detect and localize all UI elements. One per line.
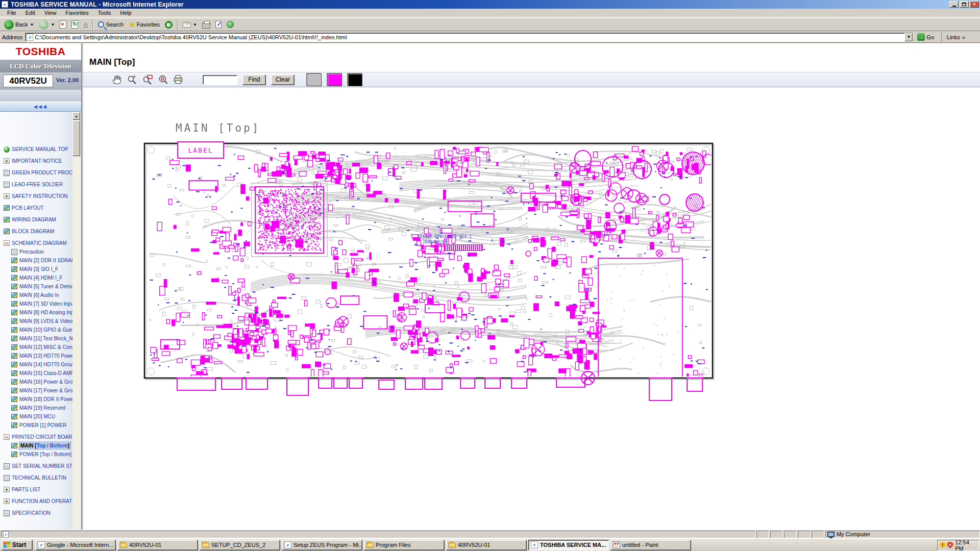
sidebar-item[interactable]: GREEN PRODUCT PROCUREMENT <box>4 168 75 177</box>
menu-item[interactable]: Help <box>116 9 136 16</box>
sidebar-item[interactable]: MAIN [15] Class-D AMP <box>4 369 75 378</box>
search-button[interactable]: Search <box>96 19 126 31</box>
edit-button[interactable] <box>213 19 224 31</box>
go-button[interactable]: → Go <box>917 33 934 41</box>
stop-button[interactable]: × <box>58 19 68 31</box>
color-swatch[interactable] <box>327 73 342 86</box>
sidebar-item[interactable]: MAIN [5] Tuner & Demodulator <box>4 282 75 291</box>
favorites-icon: ★ <box>129 20 135 29</box>
sidebar-item-icon <box>11 443 17 448</box>
sidebar-item[interactable]: PARTS LIST <box>4 485 75 494</box>
sidebar-collapse-button[interactable]: ◀◀◀ <box>0 101 81 112</box>
sidebar-item[interactable]: WIRING DIAGRAM <box>4 215 75 224</box>
address-input[interactable] <box>33 34 904 41</box>
sidebar-item[interactable]: PRINTED CIRCUIT BOARD <box>4 433 75 441</box>
content-header: MAIN [Top] <box>83 43 980 72</box>
menu-item[interactable]: File <box>3 9 20 16</box>
sidebar-item[interactable]: IMPORTANT NOTICE <box>4 157 75 165</box>
taskbar-task-button[interactable]: untitled - Paint <box>610 540 691 550</box>
home-button[interactable]: ⌂ <box>81 19 90 31</box>
scroll-up-button[interactable]: ▲ <box>72 112 80 120</box>
sidebar-item-label: SERVICE MANUAL TOP <box>12 145 68 154</box>
sidebar-item[interactable]: BLOCK DIAGRAM <box>4 227 75 236</box>
taskbar-task-button[interactable]: SETUP_CD_ZEUS_2 <box>200 540 280 550</box>
sidebar-item[interactable]: Precaution <box>4 247 75 256</box>
sidebar-item[interactable]: FUNCTION AND OPERATION <box>4 497 75 506</box>
close-button[interactable]: × <box>970 1 979 8</box>
sidebar-item[interactable]: MAIN [10] GPIO & Guest Bus <box>4 325 75 334</box>
sidebar-item[interactable]: SAFETY INSTRUCTION <box>4 192 75 201</box>
zoom-inout-button[interactable]: ± <box>126 73 138 86</box>
print-diagram-button[interactable] <box>172 73 184 86</box>
color-swatch[interactable] <box>307 73 322 86</box>
taskbar-task-button[interactable]: Google - Microsoft Intern... <box>35 540 116 550</box>
print-button[interactable] <box>200 19 212 31</box>
taskbar-task-button[interactable]: Program Files <box>364 540 445 550</box>
sidebar-item[interactable]: MAIN [11] Test Block_NC <box>4 334 75 343</box>
find-button[interactable]: Find <box>242 74 266 85</box>
forward-button[interactable]: → ▼ <box>37 19 57 31</box>
start-button[interactable]: Start <box>1 540 33 550</box>
menu-item[interactable]: View <box>40 9 61 16</box>
scroll-thumb[interactable] <box>72 120 80 156</box>
page-title: MAIN [Top] <box>89 57 135 67</box>
taskbar-task-button[interactable]: 40RV52U-01 <box>117 540 198 550</box>
menu-item[interactable]: Tools <box>94 9 115 16</box>
sidebar-item[interactable]: LEAD-FREE SOLDER <box>4 180 75 189</box>
restore-button[interactable] <box>960 1 969 8</box>
address-page-icon: e <box>27 34 33 41</box>
sidebar-item[interactable]: MAIN [17] Power & Ground 2 <box>4 386 75 395</box>
brand-logo: TOSHIBA <box>0 43 81 60</box>
sidebar-item[interactable]: MAIN [4] HDMI I_F <box>4 273 75 282</box>
history-button[interactable] <box>163 19 175 31</box>
sidebar-item[interactable]: SERVICE MANUAL TOP <box>4 145 75 154</box>
menu-item[interactable]: Edit <box>21 9 39 16</box>
refresh-button[interactable]: ↻ <box>69 19 80 31</box>
sidebar-item[interactable]: MAIN [20] MCU <box>4 412 75 421</box>
sidebar-item[interactable]: MAIN [19] Reserved <box>4 404 75 412</box>
sidebar-item-label: MAIN [9] LVDS & Video Out <box>19 317 75 325</box>
sidebar-item[interactable]: MAIN [9] LVDS & Video Out <box>4 317 75 325</box>
favorites-button[interactable]: ★ Favorites <box>127 19 162 31</box>
sidebar-item[interactable]: MAIN [14] HD770 Ground <box>4 360 75 369</box>
taskbar-task-button[interactable]: Setup ZEUS Program - Mi... <box>282 540 362 550</box>
minimize-button[interactable] <box>949 1 959 8</box>
zoom-select-button[interactable] <box>157 73 169 86</box>
forward-dropdown-icon[interactable]: ▼ <box>51 22 55 27</box>
sidebar-item[interactable]: POWER [Top / Bottom] <box>4 450 75 459</box>
sidebar-item[interactable]: MAIN [16] Power & Ground 1 <box>4 378 75 386</box>
mail-button[interactable]: ▼ <box>181 19 199 31</box>
back-button[interactable]: ← Back ▼ <box>2 19 36 31</box>
sidebar-item[interactable]: MAIN [7] SD Video Input <box>4 299 75 308</box>
sidebar-item[interactable]: MAIN [13] HD770 Power <box>4 352 75 360</box>
sidebar-item[interactable]: MAIN [3] SIO I_F <box>4 265 75 273</box>
sidebar-item[interactable]: SPECIFICATION <box>4 509 75 517</box>
sidebar-item[interactable]: SET SERIAL NUMBER STRUCTURE <box>4 462 75 470</box>
color-swatch[interactable] <box>348 73 362 86</box>
sidebar-item[interactable]: MAIN [2] DDR II SDRAM I_F <box>4 256 75 265</box>
links-button[interactable]: Links » <box>941 33 965 42</box>
clear-button[interactable]: Clear <box>271 74 295 85</box>
taskbar-task-button[interactable]: 40RV52U-01 <box>446 540 527 550</box>
sidebar-item[interactable]: TECHNICAL BULLETIN <box>4 473 75 482</box>
sidebar-item[interactable]: PCB LAYOUT <box>4 204 75 212</box>
messenger-button[interactable] <box>225 19 236 31</box>
find-input[interactable] <box>203 75 237 85</box>
sidebar-item[interactable]: POWER [1] POWER <box>4 421 75 430</box>
taskbar-task-button[interactable]: TOSHIBA SERVICE MA... <box>528 540 609 550</box>
sidebar-item[interactable]: MAIN [12] MISC & Connectors <box>4 343 75 352</box>
sidebar-item[interactable]: MAIN [6] Audio In <box>4 291 75 299</box>
security-warning-icon[interactable]: ! <box>940 542 946 548</box>
sidebar-item[interactable]: MAIN [Top / Bottom] <box>4 441 75 450</box>
address-dropdown-button[interactable]: ▼ <box>904 33 913 41</box>
sidebar-item[interactable]: SCHEMATIC DIAGRAM <box>4 239 75 247</box>
pan-hand-button[interactable] <box>111 73 123 86</box>
menu-item[interactable]: Favorites <box>61 9 92 16</box>
sidebar-item[interactable]: MAIN [8] HD Analog Inputs <box>4 308 75 317</box>
sidebar-item[interactable]: MAIN [18] DDR II Power & GND <box>4 395 75 404</box>
window-titlebar[interactable]: e TOSHIBA SERVICE MANUAL - Microsoft Int… <box>0 0 980 9</box>
zoom-area-button[interactable] <box>141 73 154 86</box>
back-dropdown-icon[interactable]: ▼ <box>30 22 34 27</box>
security-alert-icon[interactable]: × <box>947 542 953 548</box>
sidebar-scrollbar[interactable]: ▲ ▼ <box>72 112 80 551</box>
